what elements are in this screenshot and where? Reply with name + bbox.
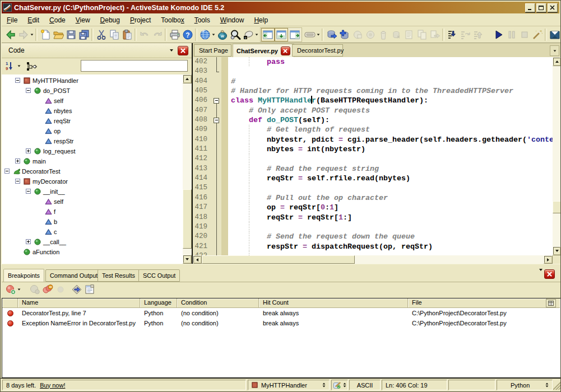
marker-margin[interactable]	[221, 115, 228, 125]
menu-help[interactable]: Help	[249, 15, 273, 25]
sort-order-button[interactable]: 1 9	[4, 60, 17, 73]
redo-button[interactable]	[151, 28, 164, 41]
debug-delete-button[interactable]	[377, 28, 390, 41]
tree-scroll-down-button[interactable]	[183, 255, 192, 264]
symbol-spinner[interactable]	[318, 382, 326, 388]
marker-margin[interactable]	[221, 232, 228, 241]
breakpoint-new-button[interactable]	[4, 283, 17, 296]
menu-toolbox[interactable]: Toolbox	[156, 15, 189, 25]
breakpoint-goto-button[interactable]	[70, 283, 83, 296]
breakpoint-delete-button[interactable]	[54, 283, 67, 296]
tree-item-f[interactable]: f	[2, 207, 192, 217]
code-editor[interactable]: 402 pass403404#405# Handler for HTTP req…	[193, 57, 553, 255]
bottom-tab-test-results[interactable]: Test Results	[98, 269, 140, 282]
header-icon-column[interactable]	[2, 298, 18, 307]
forward-dropdown-caret[interactable]	[30, 28, 34, 41]
menu-file[interactable]: File	[2, 15, 22, 25]
column-header-language[interactable]: Language	[140, 298, 177, 307]
marker-margin[interactable]	[221, 86, 228, 96]
toggle-bottom-pane-button[interactable]	[275, 28, 288, 41]
breakpoint-row[interactable]: Exception NameError in DecoratorTest.pyP…	[2, 318, 560, 328]
tree-item-nbytes[interactable]: nbytes	[2, 106, 192, 116]
marker-margin[interactable]	[221, 135, 228, 144]
pause-button[interactable]	[505, 28, 518, 41]
marker-margin[interactable]	[221, 213, 228, 222]
undo-button[interactable]	[138, 28, 151, 41]
menu-view[interactable]: View	[71, 15, 95, 25]
debug-output-button[interactable]	[402, 28, 415, 41]
tree-collapse-toggle[interactable]	[15, 78, 20, 83]
marker-margin[interactable]	[221, 164, 228, 174]
step-out-button[interactable]	[471, 28, 484, 41]
marker-margin[interactable]	[221, 125, 228, 134]
fold-margin[interactable]	[212, 77, 221, 86]
tree-expand-toggle[interactable]	[15, 158, 20, 164]
menu-tools[interactable]: Tools	[189, 15, 215, 25]
marker-margin[interactable]	[221, 106, 228, 115]
marker-margin[interactable]	[221, 203, 228, 212]
fold-margin[interactable]	[212, 242, 221, 251]
new-file-button[interactable]	[39, 28, 52, 41]
tab-close-button[interactable]	[281, 46, 290, 55]
debug-pages-button[interactable]	[415, 28, 428, 41]
column-header-condition[interactable]: Condition	[177, 298, 259, 307]
menu-project[interactable]: Project	[125, 15, 156, 25]
column-picker-button[interactable]	[546, 299, 556, 307]
view-detail-dropdown-caret[interactable]	[316, 28, 321, 41]
fold-margin[interactable]	[212, 232, 221, 241]
sort-order-caret[interactable]	[17, 59, 21, 73]
fold-margin[interactable]	[212, 193, 221, 203]
fold-margin[interactable]	[212, 86, 221, 96]
marker-margin[interactable]	[221, 57, 228, 67]
column-header-hit-count[interactable]: Hit Count	[259, 298, 408, 307]
stop-button[interactable]	[518, 28, 531, 41]
breakpoint-row[interactable]: DecoratorTest.py, line 7Python(no condit…	[2, 308, 560, 318]
find-button[interactable]	[229, 28, 242, 41]
editor-scroll-right-button[interactable]	[544, 255, 553, 264]
debug-new-session-button[interactable]	[338, 28, 351, 41]
browser-dropdown-caret[interactable]	[211, 28, 216, 41]
tree-item-self[interactable]: self	[2, 96, 192, 106]
tree-item-b[interactable]: b	[2, 217, 192, 227]
fold-margin[interactable]	[212, 115, 221, 125]
fold-margin[interactable]	[212, 213, 221, 222]
bottom-tab-scc-output[interactable]: SCC Output	[138, 269, 180, 282]
breakpoint-properties-button[interactable]	[83, 283, 96, 296]
marker-margin[interactable]	[221, 251, 228, 255]
forward-button[interactable]	[17, 28, 30, 41]
editor-tab-chatserver.py[interactable]: ChatServer.py	[233, 44, 294, 57]
code-panel-close-button[interactable]	[178, 46, 188, 55]
run-button[interactable]	[492, 28, 505, 41]
tree-item-reqStr[interactable]: reqStr	[2, 116, 192, 126]
close-button[interactable]	[548, 3, 558, 12]
fold-margin[interactable]	[212, 144, 221, 154]
tree-collapse-toggle[interactable]	[26, 189, 31, 194]
editor-vscrollbar-thumb[interactable]	[553, 201, 561, 213]
bottom-panel-menu-button[interactable]	[539, 271, 543, 281]
tree-item-aFunction[interactable]: aFunction	[2, 247, 192, 257]
code-panel-menu-button[interactable]	[166, 49, 177, 52]
symbol-filter-input[interactable]	[81, 60, 188, 72]
breakpoint-disable-button[interactable]	[28, 283, 41, 296]
paste-button[interactable]	[120, 28, 133, 41]
breakpoint-new-dropdown-caret[interactable]	[17, 283, 21, 296]
back-button[interactable]	[4, 28, 17, 41]
title-bar[interactable]: ChatServer.py (C:\PythonProject) - Activ…	[2, 2, 559, 13]
marker-margin[interactable]	[221, 77, 228, 86]
fold-margin[interactable]	[212, 57, 221, 67]
menu-edit[interactable]: Edit	[22, 15, 44, 25]
tree-expand-toggle[interactable]	[26, 148, 31, 153]
open-button[interactable]	[52, 28, 64, 41]
marker-margin[interactable]	[221, 96, 228, 105]
fold-margin[interactable]	[212, 125, 221, 134]
maximize-button[interactable]	[536, 3, 546, 12]
syntax-spinner[interactable]	[342, 382, 346, 388]
syntax-check-section[interactable]	[331, 380, 348, 390]
fold-collapse-box[interactable]	[214, 118, 219, 123]
tree-item-__init__[interactable]: __init__	[2, 186, 192, 197]
fold-margin[interactable]	[212, 251, 221, 255]
bottom-tab-command-output[interactable]: Command Output	[45, 269, 102, 282]
marker-margin[interactable]	[221, 222, 228, 232]
menu-code[interactable]: Code	[44, 15, 71, 25]
language-spinner[interactable]	[541, 382, 549, 388]
